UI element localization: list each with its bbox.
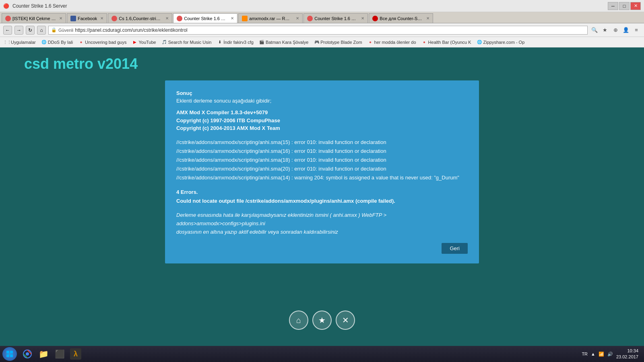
result-footer: Geri [176, 243, 468, 254]
chrome-icon [23, 349, 32, 359]
close-button[interactable]: ✕ [630, 2, 641, 10]
back-button[interactable]: Geri [442, 243, 468, 254]
summary-line2: Could not locate output file /cstrike/ad… [176, 197, 468, 206]
bookmark-zippy[interactable]: 🌐 Zippyshare.com - Op [475, 39, 527, 45]
bookmark-label-uygulamalar: Uygulamalar [11, 40, 36, 45]
tab-close-3[interactable]: ✕ [165, 16, 169, 21]
home-nav-button[interactable]: ⌂ [37, 26, 46, 35]
tab-icon-6 [307, 16, 313, 21]
page-content: csd metro v2014 Sonuç Eklenti derleme so… [0, 47, 644, 326]
bookmark-label-health-bar: Health Bar (Oyuncu K [428, 40, 471, 45]
result-summary: 4 Errors. Could not locate output file /… [176, 188, 468, 206]
explorer-icon: 📁 [39, 349, 49, 359]
terminal-icon: ⬛ [55, 349, 65, 359]
svg-point-5 [26, 352, 29, 356]
tab-label-3: Cs 1.6,Counter-strike 1.6 [119, 16, 162, 21]
result-compiler: AMX Mod X Compiler 1.8.3-dev+5079 Copyri… [176, 109, 468, 132]
error-line-1: //cstrike/addons/amxmodx/scripting/anhi.… [176, 138, 468, 147]
bookmark-health-bar[interactable]: ● Health Bar (Oyuncu K [420, 39, 473, 45]
indir-icon: ⬇ [217, 39, 222, 45]
bookmark-uncovering[interactable]: ● Uncovering bad guys [76, 39, 128, 45]
svg-rect-3 [10, 354, 13, 357]
minimize-button[interactable]: ─ [608, 2, 618, 10]
taskbar-game[interactable]: λ [68, 347, 83, 361]
start-button[interactable] [2, 347, 17, 361]
taskbar-terminal[interactable]: ⬛ [52, 347, 67, 361]
zippy-icon: 🌐 [477, 39, 482, 45]
tabs-bar: [ISTEK] Kill Çekme Engel ✕ Facebook ✕ Cs… [0, 12, 644, 23]
compiler-line2: Copyright (c) 1997-2006 ITB CompuPhase [176, 117, 468, 125]
window-controls: ─ □ ✕ [608, 2, 644, 10]
tab-label-1: [ISTEK] Kill Çekme Engel [12, 16, 56, 21]
svg-rect-0 [6, 351, 9, 354]
tab-close-2[interactable]: ✕ [100, 16, 103, 21]
compiler-line1: AMX Mod X Compiler 1.8.3-dev+5079 [176, 109, 468, 117]
tab-4[interactable]: Counter Strike 1.6 Serve ✕ [173, 13, 237, 23]
tab-label-5: amxmodx.rar — RGhost [249, 16, 293, 21]
tray-language: TR [582, 352, 588, 356]
search-music-icon: 🎵 [162, 39, 167, 45]
bookmark-uygulamalar[interactable]: ⋮⋮ Uygulamalar [2, 39, 38, 45]
result-box: Sonuç Eklenti derleme sonucu aşağıdaki g… [165, 80, 479, 263]
tab-6[interactable]: Counter Strike 1.6 Serve ✕ [303, 13, 368, 23]
summary-line1: 4 Errors. [176, 188, 468, 197]
star-bookmark-icon[interactable]: ★ [601, 26, 609, 35]
ddos-icon: 🌐 [41, 39, 47, 45]
bookmark-label-zippy: Zippyshare.com - Op [483, 40, 525, 45]
tab-7[interactable]: Все для Counter-Strike : ✕ [369, 13, 433, 23]
taskbar-chrome[interactable] [20, 347, 35, 361]
menu-icon[interactable]: ≡ [632, 26, 641, 35]
tab-5[interactable]: amxmodx.rar — RGhost ✕ [238, 13, 303, 23]
bookmark-label-batman: Batman Kara Şövalye [266, 40, 308, 45]
extensions-icon[interactable]: ⊕ [611, 26, 620, 35]
tab-close-7[interactable]: ✕ [426, 16, 429, 21]
uygulamalar-icon: ⋮⋮ [4, 39, 10, 45]
bookmark-label-indir: İndir fakirv3 cfg [223, 40, 254, 45]
error-line-4: //cstrike/addons/amxmodx/scripting/anhi.… [176, 165, 468, 173]
forward-button[interactable]: → [14, 26, 23, 35]
tab-1[interactable]: [ISTEK] Kill Çekme Engel ✕ [2, 13, 66, 23]
taskbar-tray: TR ▲ 📶 🔊 10:34 23.02.2017 [582, 348, 642, 360]
note-text: Derleme esnasında hata ile karşılaşmadıy… [176, 211, 468, 236]
bookmark-label-youtube: YouTube [138, 40, 156, 45]
maximize-button[interactable]: □ [619, 2, 630, 10]
tab-label-4: Counter Strike 1.6 Serve [184, 16, 227, 21]
bookmark-indir[interactable]: ⬇ İndir fakirv3 cfg [215, 39, 256, 45]
reload-button[interactable]: ↻ [26, 26, 35, 35]
tab-close-4[interactable]: ✕ [231, 16, 234, 21]
windows-logo-icon [6, 350, 14, 358]
batman-icon: 🎬 [259, 39, 264, 45]
close-circle-button[interactable]: ✕ [336, 311, 355, 330]
bookmark-label-ddos: DDoS By Iali [48, 40, 73, 45]
secure-label: Güvenli [58, 28, 73, 33]
back-button[interactable]: ← [3, 26, 12, 35]
bookmark-prototype[interactable]: 🎮 Prototype Blade Zom [312, 39, 364, 45]
tab-close-5[interactable]: ✕ [296, 16, 299, 21]
result-subheader: Eklenti derleme sonucu aşağıdaki gibidir… [176, 98, 468, 104]
tab-close-6[interactable]: ✕ [361, 16, 364, 21]
bookmark-batman[interactable]: 🎬 Batman Kara Şövalye [257, 39, 310, 45]
search-icon[interactable]: 🔍 [590, 26, 599, 35]
address-input[interactable]: 🔒 Güvenli https://panel.csduragi.com/uru… [48, 26, 588, 35]
bookmark-youtube[interactable]: ▶ YouTube [130, 39, 158, 45]
home-circle-button[interactable]: ⌂ [289, 311, 308, 330]
bookmark-search-music[interactable]: 🎵 Search for Music Usin [160, 39, 214, 45]
result-header: Sonuç [176, 90, 468, 96]
tray-time: 10:34 23.02.2017 [616, 348, 638, 360]
tab-close-1[interactable]: ✕ [59, 16, 62, 21]
bookmark-her-modda[interactable]: ● her modda ölenler do [366, 39, 418, 45]
game-icon: λ [70, 348, 81, 360]
tray-sound-icon: 🔊 [607, 352, 613, 357]
person-icon[interactable]: 👤 [621, 26, 630, 35]
tab-icon-3 [111, 16, 117, 21]
svg-rect-2 [6, 354, 9, 357]
taskbar-explorer[interactable]: 📁 [36, 347, 51, 361]
result-note: Derleme esnasında hata ile karşılaşmadıy… [176, 211, 468, 236]
bookmark-ddos[interactable]: 🌐 DDoS By Iali [39, 39, 75, 45]
result-errors: //cstrike/addons/amxmodx/scripting/anhi.… [176, 138, 468, 182]
bookmark-label-uncovering: Uncovering bad guys [85, 40, 126, 45]
star-circle-button[interactable]: ★ [312, 311, 332, 330]
tab-2[interactable]: Facebook ✕ [67, 13, 107, 23]
tab-3[interactable]: Cs 1.6,Counter-strike 1.6 ✕ [108, 13, 172, 23]
window-chrome: 🔴 Counter Strike 1.6 Server ─ □ ✕ [0, 0, 644, 12]
